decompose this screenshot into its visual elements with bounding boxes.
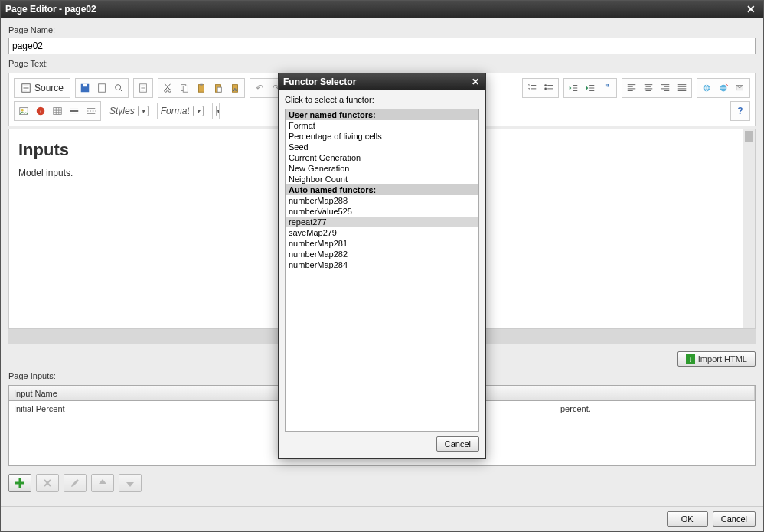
paste-icon[interactable]: [194, 80, 209, 96]
svg-rect-3: [99, 84, 106, 93]
source-button[interactable]: Source: [16, 80, 68, 96]
paste-word-icon[interactable]: W: [227, 80, 243, 96]
preview-icon[interactable]: [111, 80, 126, 96]
svg-point-6: [165, 90, 168, 93]
svg-rect-9: [183, 86, 188, 92]
svg-text:2: 2: [528, 87, 531, 91]
remove-input-button[interactable]: [36, 474, 59, 492]
functor-group-header: Auto named functors:: [286, 184, 478, 195]
cut-icon[interactable]: [160, 80, 175, 96]
align-justify-icon[interactable]: [674, 80, 690, 96]
functor-list[interactable]: User named functors:FormatPercentage of …: [285, 109, 479, 432]
input-action-buttons: [8, 474, 756, 492]
move-down-button[interactable]: [119, 474, 142, 492]
unordered-list-icon[interactable]: [541, 80, 557, 96]
window-title: Page Editor - page02: [5, 4, 96, 15]
new-page-icon[interactable]: [94, 80, 109, 96]
page-editor-window: Page Editor - page02 ✕ Page Name: Page T…: [0, 0, 764, 532]
svg-point-7: [168, 90, 171, 93]
svg-rect-13: [217, 87, 221, 92]
functor-item[interactable]: numberMap282: [286, 249, 478, 259]
svg-rect-27: [54, 108, 62, 115]
styles-select[interactable]: Styles▾: [106, 103, 152, 119]
functor-item[interactable]: numberMap281: [286, 238, 478, 249]
modal-close-icon[interactable]: ✕: [470, 77, 481, 87]
pagebreak-icon[interactable]: [83, 103, 99, 119]
format-select[interactable]: Format▾: [157, 103, 207, 119]
functor-item[interactable]: numberMap284: [286, 259, 478, 270]
svg-point-19: [544, 88, 547, 90]
outdent-icon[interactable]: [566, 80, 581, 96]
modal-titlebar: Functor Selector ✕: [279, 73, 485, 90]
functor-item[interactable]: New Generation: [286, 163, 478, 174]
functor-group-header: User named functors:: [286, 109, 478, 120]
dialog-footer: OK Cancel: [1, 506, 763, 531]
svg-point-18: [544, 84, 547, 86]
functor-item[interactable]: repeat277: [286, 217, 478, 227]
svg-rect-11: [200, 84, 203, 86]
templates-icon[interactable]: [135, 80, 151, 96]
image-icon[interactable]: [16, 103, 31, 119]
functor-item[interactable]: saveMap279: [286, 227, 478, 238]
paste-text-icon[interactable]: [211, 80, 226, 96]
page-name-label: Page Name:: [8, 25, 756, 34]
edit-input-button[interactable]: [64, 474, 87, 492]
anchor-icon[interactable]: [733, 80, 748, 96]
copy-icon[interactable]: [177, 80, 192, 96]
help-icon[interactable]: ?: [733, 103, 748, 119]
ordered-list-icon[interactable]: 12: [524, 80, 540, 96]
link-icon[interactable]: [699, 80, 714, 96]
cancel-button[interactable]: Cancel: [713, 511, 756, 527]
functor-item[interactable]: numberValue525: [286, 206, 478, 217]
close-icon[interactable]: ✕: [743, 3, 759, 15]
undo-icon[interactable]: ↶: [252, 80, 267, 96]
align-left-icon[interactable]: [624, 80, 639, 96]
font-select[interactable]: ▾: [212, 103, 220, 119]
modal-prompt: Click to select a functor:: [285, 95, 479, 104]
svg-point-24: [21, 109, 24, 112]
functor-item[interactable]: Neighbor Count: [286, 174, 478, 184]
add-input-button[interactable]: [8, 474, 31, 492]
page-name-input[interactable]: [8, 38, 756, 54]
svg-point-4: [116, 85, 121, 90]
svg-rect-10: [199, 85, 204, 93]
import-arrow-icon: ↓: [686, 354, 695, 364]
editor-scrollbar[interactable]: [743, 129, 755, 328]
functor-selector-dialog: Functor Selector ✕ Click to select a fun…: [278, 73, 486, 459]
unlink-icon[interactable]: [716, 80, 731, 96]
align-right-icon[interactable]: [658, 80, 673, 96]
blockquote-icon[interactable]: ”: [599, 80, 615, 96]
functor-item[interactable]: Format: [286, 120, 478, 131]
functor-item[interactable]: Current Generation: [286, 152, 478, 163]
flash-icon[interactable]: f: [33, 103, 48, 119]
move-up-button[interactable]: [91, 474, 114, 492]
input-name-cell: Initial Percent: [9, 401, 277, 416]
functor-item[interactable]: Percentage of living cells: [286, 131, 478, 142]
import-html-button[interactable]: ↓Import HTML: [677, 351, 756, 367]
table-icon[interactable]: [50, 103, 65, 119]
titlebar: Page Editor - page02 ✕: [1, 1, 763, 18]
functor-item[interactable]: numberMap288: [286, 195, 478, 206]
modal-cancel-button[interactable]: Cancel: [436, 436, 479, 452]
svg-rect-2: [83, 84, 87, 87]
modal-title: Functor Selector: [283, 77, 356, 87]
hr-icon[interactable]: [67, 103, 82, 119]
page-text-label: Page Text:: [8, 59, 756, 68]
functor-item[interactable]: Seed: [286, 142, 478, 152]
save-icon[interactable]: [77, 80, 93, 96]
ok-button[interactable]: OK: [667, 511, 708, 527]
align-center-icon[interactable]: [641, 80, 656, 96]
svg-text:f: f: [40, 109, 41, 114]
svg-text:W: W: [233, 86, 237, 92]
indent-icon[interactable]: [583, 80, 598, 96]
